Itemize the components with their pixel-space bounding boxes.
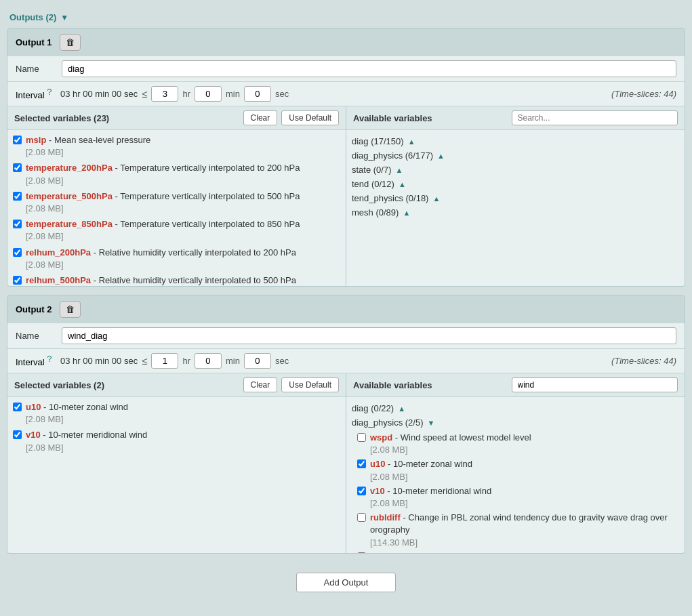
output-1-clear-button[interactable]: Clear: [243, 110, 278, 125]
selected-var-item: u10 - 10-meter zonal wind [2.08 MB]: [13, 401, 340, 426]
var-checkbox[interactable]: [13, 403, 22, 411]
avail-var-desc: - Change in PBL meridional wind tendency…: [370, 552, 667, 553]
output-2-use-default-button[interactable]: Use Default: [281, 377, 339, 392]
output-2-interval-help[interactable]: ?: [47, 354, 52, 364]
output-1-min-input[interactable]: [195, 86, 222, 102]
output-2-interval-row: Interval ? 03 hr 00 min 00 sec ≤ hr min …: [7, 349, 685, 373]
output-1-available-header: Available variables: [346, 106, 685, 130]
avail-group-header[interactable]: tend (0/12)▲: [352, 177, 679, 191]
output-2-clear-button[interactable]: Clear: [243, 377, 278, 392]
avail-var-checkbox[interactable]: [357, 552, 366, 553]
var-desc: - 10-meter zonal wind: [41, 402, 128, 412]
output-2-search-input[interactable]: [512, 377, 678, 392]
avail-group-name: diag (17/150): [352, 136, 404, 146]
output-1-interval-label: Interval ?: [16, 87, 56, 100]
var-checkbox[interactable]: [13, 192, 22, 201]
output-1-search-input[interactable]: [512, 110, 678, 125]
var-name: temperature_500hPa: [26, 191, 113, 201]
output-2-interval-label: Interval ?: [16, 354, 56, 367]
output-1-interval-row: Interval ? 03 hr 00 min 00 sec ≤ hr min …: [7, 82, 685, 106]
var-checkbox[interactable]: [13, 430, 22, 439]
var-size: [2.08 MB]: [26, 147, 64, 157]
avail-group-header[interactable]: diag_physics (6/177)▲: [352, 148, 679, 163]
output-2-block: Output 2 🗑 Name Interval ? 03 hr 00 min …: [7, 295, 685, 554]
output-1-name-input[interactable]: [62, 60, 676, 77]
group-expand-icon: ▼: [428, 419, 435, 427]
avail-group-header[interactable]: diag_physics (2/5)▼: [352, 415, 679, 430]
avail-group-header[interactable]: diag (0/22)▲: [352, 401, 679, 415]
avail-group-header[interactable]: tend_physics (0/18)▲: [352, 191, 679, 205]
avail-var-item: rubldiff - Change in PBL zonal wind tend…: [357, 512, 679, 549]
selected-var-item: temperature_500hPa - Temperature vertica…: [13, 190, 340, 215]
output-2-avail-groups-list: diag (0/22)▲diag_physics (2/5)▼wspd - Wi…: [346, 397, 685, 553]
output-2-available-title: Available variables: [353, 380, 508, 390]
avail-var-name: v10: [370, 486, 385, 496]
avail-var-name: wspd: [370, 432, 392, 443]
var-name: v10: [26, 430, 41, 440]
var-checkbox[interactable]: [13, 248, 22, 257]
output-2-delete-button[interactable]: 🗑: [60, 301, 81, 318]
output-2-name-input[interactable]: [62, 327, 676, 344]
output-2-hr-input[interactable]: [151, 353, 178, 369]
output-2-name-row: Name: [7, 323, 685, 349]
var-desc: - 10-meter meridional wind: [41, 430, 148, 440]
avail-var-name: u10: [370, 459, 385, 469]
avail-group-header[interactable]: mesh (0/89)▲: [352, 205, 679, 220]
var-size: [2.08 MB]: [26, 414, 64, 424]
var-size: [2.08 MB]: [26, 260, 64, 270]
avail-var-desc: - Change in PBL zonal wind tendency due …: [370, 512, 668, 535]
output-1-interval-help[interactable]: ?: [47, 87, 52, 97]
output-1-use-default-button[interactable]: Use Default: [281, 110, 339, 125]
avail-var-desc: - 10-meter zonal wind: [385, 459, 472, 469]
add-output-row: Add Output: [7, 562, 685, 603]
var-desc: - Temperature vertically interpolated to…: [113, 163, 300, 173]
output-2-min-input[interactable]: [195, 353, 222, 369]
var-name: temperature_200hPa: [26, 163, 113, 173]
avail-var-checkbox[interactable]: [357, 487, 366, 495]
avail-var-size: [2.08 MB]: [370, 498, 408, 508]
var-name: temperature_850hPa: [26, 219, 113, 229]
outputs-header[interactable]: Outputs (2) ▼: [7, 7, 685, 28]
output-1-sec-input[interactable]: [244, 86, 271, 102]
var-desc: - Temperature vertically interpolated to…: [113, 191, 300, 201]
output-2-min-unit: min: [226, 356, 240, 366]
add-output-button[interactable]: Add Output: [296, 573, 396, 592]
output-2-interval-display: 03 hr 00 min 00 sec: [60, 356, 138, 366]
output-1-delete-button[interactable]: 🗑: [60, 34, 81, 51]
var-checkbox[interactable]: [13, 136, 22, 144]
output-1-hr-input[interactable]: [151, 86, 178, 102]
output-2-variables-section: Selected variables (2) Clear Use Default…: [7, 373, 685, 553]
var-size: [2.08 MB]: [26, 176, 64, 186]
output-1-header: Output 1 🗑: [7, 28, 685, 56]
selected-var-item: relhum_500hPa - Relative humidity vertic…: [13, 274, 340, 286]
var-size: [2.08 MB]: [26, 203, 64, 213]
var-checkbox[interactable]: [13, 163, 22, 172]
avail-var-item: v10 - 10-meter meridional wind [2.08 MB]: [357, 485, 679, 510]
output-2-available-header: Available variables: [346, 373, 685, 397]
avail-var-size: [114.30 MB]: [370, 537, 418, 548]
avail-group-name: tend (0/12): [352, 179, 394, 189]
outputs-title: Outputs (2): [9, 12, 56, 22]
var-checkbox[interactable]: [13, 276, 22, 285]
avail-group-header[interactable]: diag (17/150)▲: [352, 134, 679, 148]
output-1-hr-unit: hr: [182, 89, 190, 99]
output-1-block: Output 1 🗑 Name Interval ? 03 hr 00 min …: [7, 28, 685, 287]
output-2-name-label: Name: [16, 331, 56, 341]
output-1-interval-lte: ≤: [142, 88, 147, 100]
var-desc: - Temperature vertically interpolated to…: [113, 219, 300, 229]
output-2-title: Output 2: [16, 304, 52, 314]
output-2-sec-input[interactable]: [244, 353, 271, 369]
output-2-selected-variables: Selected variables (2) Clear Use Default…: [7, 373, 346, 553]
avail-var-checkbox[interactable]: [357, 513, 366, 522]
avail-group-header[interactable]: state (0/7)▲: [352, 163, 679, 177]
avail-group-name: mesh (0/89): [352, 207, 399, 218]
output-1-avail-groups-list: diag (17/150)▲diag_physics (6/177)▲state…: [346, 130, 685, 224]
group-expand-icon: ▲: [408, 138, 415, 146]
outputs-chevron: ▼: [60, 13, 68, 22]
page-wrapper: Outputs (2) ▼ Output 1 🗑 Name Interval ?…: [0, 0, 692, 610]
var-name: relhum_200hPa: [26, 247, 91, 258]
var-checkbox[interactable]: [13, 220, 22, 228]
output-1-variables-section: Selected variables (23) Clear Use Defaul…: [7, 106, 685, 286]
avail-var-checkbox[interactable]: [357, 433, 366, 442]
avail-var-checkbox[interactable]: [357, 459, 366, 468]
